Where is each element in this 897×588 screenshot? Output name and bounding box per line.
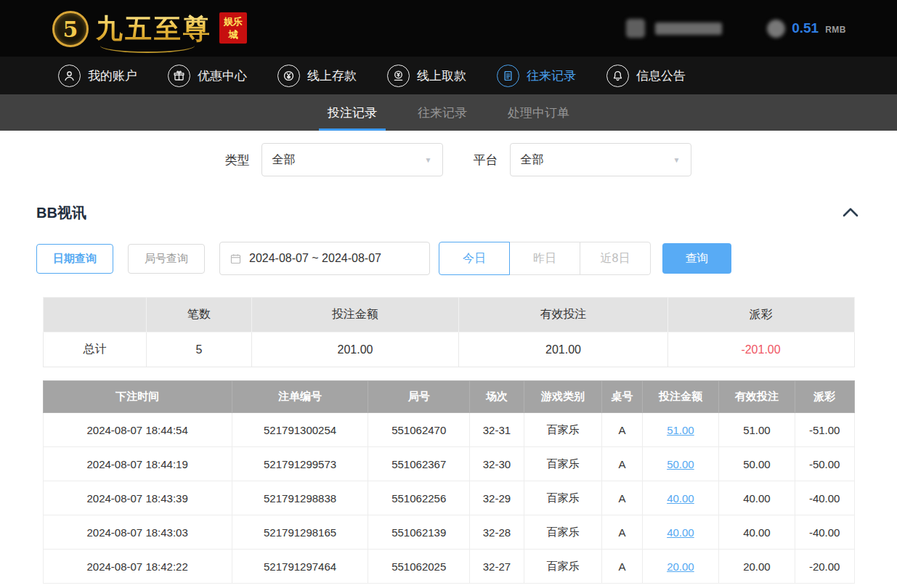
- round-query-label: 局号查询: [145, 252, 188, 266]
- chevron-down-icon: ▼: [673, 156, 681, 164]
- cell-round-no: 551062139: [368, 515, 470, 550]
- logo-flourish: [100, 44, 195, 53]
- logo-badge-line2: 城: [224, 28, 243, 41]
- bell-icon: [606, 65, 629, 87]
- round-query-button[interactable]: 局号查询: [128, 244, 205, 274]
- deposit-coin-icon: [277, 65, 300, 87]
- gift-icon: [168, 65, 190, 87]
- header-payout: 派彩: [795, 381, 854, 413]
- cell-table-no: A: [602, 447, 643, 481]
- cell-bet-amount: 51.00: [642, 413, 718, 447]
- cell-game-type: 百家乐: [524, 481, 601, 515]
- cell-valid-bet: 40.00: [718, 515, 795, 550]
- bet-amount-link[interactable]: 20.00: [667, 560, 694, 573]
- logo: 5 九五至尊 娱乐 城: [52, 9, 247, 47]
- summary-header-bet-amount: 投注金额: [251, 298, 459, 332]
- bet-amount-link[interactable]: 40.00: [667, 526, 694, 539]
- section-header: BB视讯: [0, 195, 897, 223]
- yesterday-label: 昨日: [533, 251, 556, 266]
- cell-bet-id: 521791299573: [232, 447, 368, 481]
- date-query-label: 日期查询: [53, 252, 97, 266]
- last8days-button[interactable]: 近8日: [580, 242, 651, 275]
- nav-item-records[interactable]: 往来记录: [497, 65, 576, 87]
- nav-item-label: 往来记录: [527, 68, 576, 84]
- coin-icon: [767, 20, 785, 38]
- header-game-type: 游戏类别: [524, 381, 601, 413]
- tab-bet-records[interactable]: 投注记录: [325, 94, 380, 131]
- summary-header-empty: [43, 298, 147, 332]
- nav-item-withdraw[interactable]: 线上取款: [387, 65, 466, 87]
- balance-currency: RMB: [825, 25, 846, 35]
- cell-valid-bet: 50.00: [718, 447, 795, 481]
- nav-item-deposit[interactable]: 线上存款: [277, 65, 357, 87]
- date-range-input[interactable]: 2024-08-07 ~ 2024-08-07: [219, 242, 430, 275]
- table-row: 2024-08-07 18:42:22 521791297464 5510620…: [43, 550, 854, 584]
- bets-table: 下注时间 注单编号 局号 场次 游戏类别 桌号 投注金额 有效投注 派彩 202…: [43, 380, 855, 584]
- type-filter-label: 类型: [225, 152, 250, 168]
- records-icon: [497, 65, 519, 87]
- cell-game-type: 百家乐: [524, 550, 601, 584]
- nav-item-label: 信息公告: [636, 68, 686, 84]
- cell-bet-time: 2024-08-07 18:42:22: [43, 550, 232, 584]
- type-select[interactable]: 全部 ▼: [261, 143, 443, 176]
- tab-label: 处理中订单: [508, 105, 569, 121]
- cell-table-no: A: [602, 413, 643, 447]
- cell-bet-amount: 50.00: [642, 447, 718, 481]
- collapse-chevron-up-icon[interactable]: [842, 206, 859, 221]
- tab-label: 投注记录: [328, 105, 377, 121]
- cell-round-no: 551062367: [368, 447, 470, 481]
- sub-tabs: 投注记录 往来记录 处理中订单: [0, 94, 897, 131]
- cell-table-no: A: [602, 481, 643, 515]
- username-blurred: [655, 23, 722, 35]
- calendar-icon: [230, 253, 242, 265]
- nav-item-label: 线上取款: [417, 68, 466, 84]
- filter-bar: 类型 全部 ▼ 平台 全部 ▼: [0, 131, 897, 187]
- bets-header-row: 下注时间 注单编号 局号 场次 游戏类别 桌号 投注金额 有效投注 派彩: [43, 381, 854, 413]
- table-row: 2024-08-07 18:44:54 521791300254 5510624…: [43, 413, 854, 447]
- bet-amount-link[interactable]: 51.00: [667, 424, 694, 436]
- cell-round-no: 551062256: [368, 481, 470, 515]
- main-nav: 我的账户 优惠中心 线上存款 线上取款 往来记录 信息公告: [0, 57, 897, 94]
- header-table-no: 桌号: [602, 381, 643, 413]
- withdraw-coin-icon: [387, 65, 410, 87]
- balance-amount: 0.51: [792, 20, 819, 36]
- search-button[interactable]: 查询: [662, 243, 731, 274]
- nav-item-announcements[interactable]: 信息公告: [606, 65, 686, 87]
- tab-processing-orders[interactable]: 处理中订单: [505, 94, 572, 131]
- summary-header-row: 笔数 投注金额 有效投注 派彩: [43, 298, 854, 332]
- header-bet-amount: 投注金额: [642, 381, 718, 413]
- cell-round-no: 551062470: [368, 413, 470, 447]
- cell-session: 32-29: [470, 481, 524, 515]
- nav-item-label: 线上存款: [307, 68, 357, 84]
- yesterday-button[interactable]: 昨日: [509, 242, 580, 275]
- nav-item-my-account[interactable]: 我的账户: [58, 65, 137, 87]
- date-range-value: 2024-08-07 ~ 2024-08-07: [249, 252, 381, 265]
- cell-session: 32-31: [470, 413, 524, 447]
- account-area: 0.51 RMB: [626, 19, 846, 38]
- tab-transaction-records[interactable]: 往来记录: [415, 94, 470, 131]
- summary-total-label: 总计: [43, 332, 147, 367]
- cell-bet-id: 521791297464: [232, 550, 368, 584]
- cell-table-no: A: [602, 515, 643, 550]
- cell-bet-time: 2024-08-07 18:43:03: [43, 515, 232, 550]
- nav-item-promotions[interactable]: 优惠中心: [168, 65, 247, 87]
- cell-payout: -40.00: [795, 515, 854, 550]
- platform-select[interactable]: 全部 ▼: [510, 143, 691, 176]
- cell-game-type: 百家乐: [524, 447, 601, 481]
- summary-bet-amount: 201.00: [251, 332, 459, 367]
- query-toolbar: 日期查询 局号查询 2024-08-07 ~ 2024-08-07 今日 昨日 …: [0, 242, 897, 275]
- bet-amount-link[interactable]: 40.00: [667, 492, 694, 505]
- logo-emblem-icon: 5: [52, 11, 89, 47]
- summary-table: 笔数 投注金额 有效投注 派彩 总计 5 201.00 201.00 -201.…: [43, 297, 855, 367]
- cell-session: 32-27: [470, 550, 524, 584]
- cell-round-no: 551062025: [368, 550, 470, 584]
- cell-payout: -50.00: [795, 447, 854, 481]
- cell-bet-time: 2024-08-07 18:44:19: [43, 447, 232, 481]
- header-round-no: 局号: [368, 381, 470, 413]
- user-icon: [58, 65, 81, 87]
- cell-valid-bet: 40.00: [718, 481, 795, 515]
- today-button[interactable]: 今日: [439, 242, 510, 275]
- bet-amount-link[interactable]: 50.00: [667, 458, 694, 470]
- logo-number: 5: [63, 17, 78, 42]
- date-query-button[interactable]: 日期查询: [36, 244, 113, 274]
